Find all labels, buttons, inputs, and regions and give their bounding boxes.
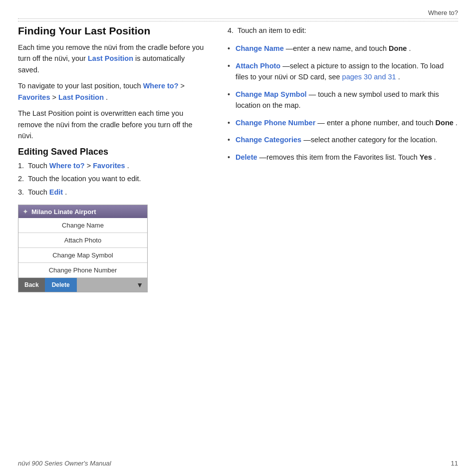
device-footer-spacer: ▼	[77, 278, 147, 292]
location-icon: ✦	[22, 208, 28, 216]
last-position-link-1: Last Position	[88, 54, 133, 62]
menu-item-change-phone: Change Phone Number	[18, 263, 147, 278]
where-to-link-1: Where to?	[143, 82, 179, 90]
menu-item-change-name: Change Name	[18, 218, 147, 233]
last-position-link-2: Last Position	[58, 93, 104, 101]
device-screenshot: ✦ Milano Linate Airport Change Name Atta…	[18, 205, 148, 292]
right-column: 4. Touch an item to edit: Change Name —e…	[228, 25, 458, 446]
steps-list: Touch Where to? > Favorites . Touch the …	[18, 160, 208, 198]
left-column: Finding Your Last Position Each time you…	[18, 25, 208, 446]
device-delete-button[interactable]: Delete	[45, 278, 77, 292]
favorites-link-2: Favorites	[93, 162, 125, 170]
delete-term: Delete	[236, 153, 257, 161]
section1-heading: Finding Your Last Position	[18, 25, 208, 37]
top-divider	[18, 21, 458, 21]
edit-link: Edit	[49, 188, 63, 196]
bullet-change-name: Change Name —enter a new name, and touch…	[228, 43, 458, 54]
pages-link: pages 30 and 31	[342, 73, 396, 81]
step4-label: 4. Touch an item to edit:	[228, 25, 458, 36]
device-header: ✦ Milano Linate Airport	[18, 205, 147, 218]
edit-options-list: Change Name —enter a new name, and touch…	[228, 43, 458, 163]
device-location-name: Milano Linate Airport	[31, 208, 96, 216]
section2-heading: Editing Saved Places	[18, 147, 208, 157]
menu-item-change-map-symbol: Change Map Symbol	[18, 248, 147, 263]
attach-photo-term: Attach Photo	[236, 62, 280, 70]
step-3: Touch Edit .	[18, 187, 208, 198]
bullet-change-categories: Change Categories —select another catego…	[228, 134, 458, 145]
bullet-delete: Delete —removes this item from the Favor…	[228, 152, 458, 163]
menu-item-attach-photo: Attach Photo	[18, 233, 147, 248]
page-footer: nüvi 900 Series Owner's Manual 11	[18, 460, 458, 467]
device-back-button[interactable]: Back	[18, 278, 45, 292]
section1-para2: To navigate to your last position, touch…	[18, 80, 208, 103]
where-to-link-2: Where to?	[49, 162, 85, 170]
content-area: Finding Your Last Position Each time you…	[18, 25, 458, 446]
bullet-change-map-symbol: Change Map Symbol — touch a new symbol u…	[228, 89, 458, 111]
yes-label: Yes	[420, 153, 432, 161]
device-footer: Back Delete ▼	[18, 278, 147, 292]
manual-title: nüvi 900 Series Owner's Manual	[18, 460, 111, 467]
change-categories-term: Change Categories	[236, 136, 301, 144]
section1-para3: The Last Position point is overwritten e…	[18, 108, 208, 141]
done-label-1: Done	[389, 44, 407, 52]
change-phone-term: Change Phone Number	[236, 119, 315, 127]
page-header: Where to?	[18, 9, 458, 19]
header-title: Where to?	[428, 9, 458, 16]
page-number: 11	[451, 460, 458, 467]
step-2: Touch the location you want to edit.	[18, 173, 208, 184]
arrow-down-icon: ▼	[136, 281, 143, 289]
step-1: Touch Where to? > Favorites .	[18, 160, 208, 171]
favorites-link-1: Favorites	[18, 93, 50, 101]
bullet-change-phone: Change Phone Number — enter a phone numb…	[228, 117, 458, 128]
section1-para1: Each time you remove the nüvi from the c…	[18, 42, 208, 75]
change-name-term: Change Name	[236, 44, 284, 52]
change-map-symbol-term: Change Map Symbol	[236, 90, 307, 98]
done-label-2: Done	[436, 119, 454, 127]
bullet-attach-photo: Attach Photo —select a picture to assign…	[228, 60, 458, 83]
